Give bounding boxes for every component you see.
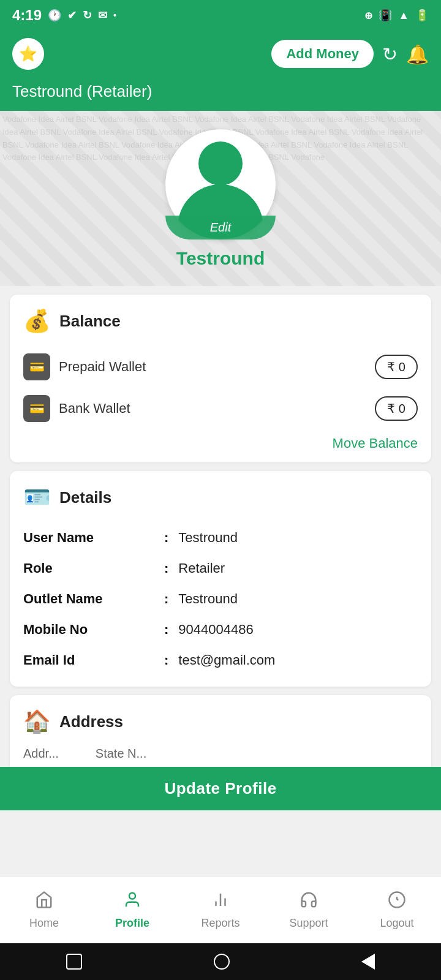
reports-label: Reports [201,917,239,930]
avatar-head [198,141,243,186]
balance-card-title: 💰 Balance [23,308,418,334]
bank-wallet-amount: ₹ 0 [375,396,418,421]
app-header: ⭐ Add Money ↻ 🔔 [0,31,441,78]
details-label-outlet: Outlet Name [23,591,164,607]
address-icon: 🏠 [23,709,51,734]
nav-home[interactable]: Home [0,891,88,930]
address-title: Address [59,712,123,731]
profile-banner: Vodafone Idea Airtel BSNL Vodafone Idea … [0,111,441,286]
bank-wallet-label: Bank Wallet [59,401,130,417]
details-card: 🪪 Details User Name : Testround Role : R… [10,471,431,687]
profile-name: Testround [176,248,265,269]
address-fields-partial: Addr... State N... [23,747,418,761]
bottom-nav: Home Profile Reports Support [0,876,441,943]
location-icon: ⊕ [364,10,372,21]
details-icon: 🪪 [23,484,51,510]
wallet-symbol: 💳 [29,360,45,374]
address-card: 🏠 Address Addr... State N... [10,695,431,767]
logo-icon: ⭐ [12,38,44,70]
dot-icon: • [113,10,116,20]
header-title-bar: Testround (Retailer) [0,78,441,111]
status-left: 4:19 🕐 ✔ ↻ ✉ • [12,7,116,24]
notification-button[interactable]: 🔔 [406,43,429,65]
logo-container: ⭐ [12,38,49,70]
status-bar: 4:19 🕐 ✔ ↻ ✉ • ⊕ 📳 ▲ 🔋 [0,0,441,31]
logout-label: Logout [380,917,413,930]
details-label-username: User Name [23,530,164,546]
check-icon: ✔ [67,9,77,22]
prepaid-wallet-label: Prepaid Wallet [59,359,146,375]
battery-icon: 🔋 [415,9,429,22]
details-colon-4: : [164,652,168,668]
back-icon [361,954,375,970]
prepaid-wallet-icon: 💳 [23,353,50,380]
address-card-title: 🏠 Address [23,709,418,734]
nav-reports[interactable]: Reports [176,891,265,930]
sync-icon: ↻ [83,9,92,22]
move-balance-button[interactable]: Move Balance [333,435,418,451]
bank-wallet-row: 💳 Bank Wallet ₹ 0 [23,388,418,429]
balance-title: Balance [59,312,121,331]
status-time: 4:19 [12,7,42,24]
balance-icon: 💰 [23,308,51,334]
profile-icon [123,891,141,913]
details-colon-2: : [164,591,168,607]
details-label-role: Role [23,560,164,576]
android-home-button[interactable] [214,954,230,970]
address-label-addr: Addr... [23,747,59,761]
address-label-state: State N... [96,747,146,761]
nav-support[interactable]: Support [265,891,353,930]
details-title: Details [59,488,111,507]
details-value-email: test@gmail.com [178,652,275,668]
details-colon-1: : [164,560,168,576]
details-colon-3: : [164,622,168,638]
details-card-title: 🪪 Details [23,484,418,510]
edit-label[interactable]: Edit [165,216,276,239]
details-label-mobile: Mobile No [23,622,164,638]
details-value-outlet: Testround [178,591,238,607]
details-row-outlet: Outlet Name : Testround [23,584,418,614]
logout-icon [388,891,406,913]
android-back-button[interactable] [361,954,375,970]
prepaid-wallet-amount: ₹ 0 [375,355,418,379]
details-value-role: Retailer [178,560,225,576]
move-balance-row: Move Balance [23,435,418,451]
balance-card: 💰 Balance 💳 Prepaid Wallet ₹ 0 💳 Bank Wa… [10,295,431,462]
android-recent-button[interactable] [66,954,82,970]
details-row-mobile: Mobile No : 9044004486 [23,614,418,645]
details-table: User Name : Testround Role : Retailer Ou… [23,522,418,676]
bank-wallet-left: 💳 Bank Wallet [23,395,130,422]
header-title: Testround (Retailer) [12,82,152,100]
support-icon [300,891,318,913]
vibrate-icon: 📳 [379,9,392,22]
details-row-email: Email Id : test@gmail.com [23,645,418,676]
avatar-container[interactable]: Edit [165,129,276,239]
home-label: Home [29,917,59,930]
alarm-icon: 🕐 [48,9,61,22]
details-value-username: Testround [178,530,238,546]
details-colon-0: : [164,530,168,546]
update-profile-button[interactable]: Update Profile [164,779,276,798]
details-row-role: Role : Retailer [23,553,418,584]
home-icon [35,891,53,913]
details-label-email: Email Id [23,652,164,668]
recent-icon [66,954,82,970]
logo-star: ⭐ [19,45,37,62]
reports-icon [211,891,230,913]
support-label: Support [289,917,328,930]
update-profile-bar: Update Profile [0,767,441,810]
refresh-button[interactable]: ↻ [382,43,398,65]
profile-label: Profile [115,917,149,930]
details-value-mobile: 9044004486 [178,622,253,638]
prepaid-wallet-left: 💳 Prepaid Wallet [23,353,146,380]
nav-profile[interactable]: Profile [88,891,176,930]
mail-icon: ✉ [98,9,107,22]
add-money-button[interactable]: Add Money [271,40,374,68]
svg-point-0 [129,892,135,899]
bank-symbol: 💳 [29,401,45,416]
status-right: ⊕ 📳 ▲ 🔋 [364,9,429,22]
nav-logout[interactable]: Logout [353,891,441,930]
prepaid-wallet-row: 💳 Prepaid Wallet ₹ 0 [23,346,418,388]
home-circle-icon [214,954,230,970]
wifi-icon: ▲ [398,9,409,22]
